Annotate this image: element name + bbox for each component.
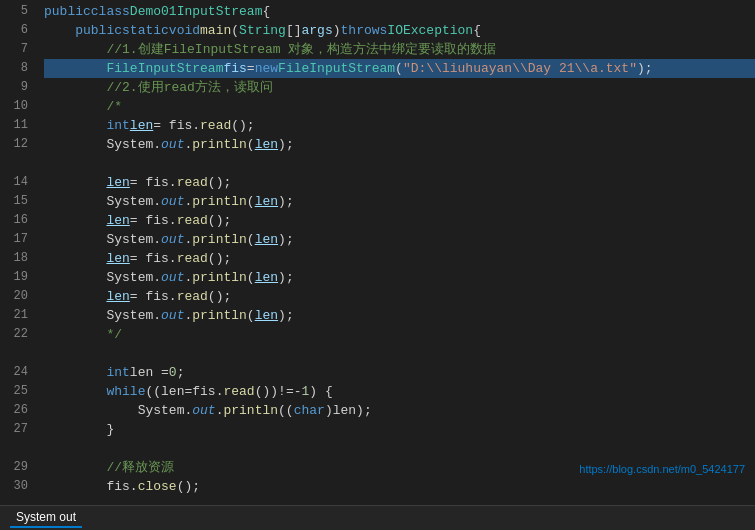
- dot-15: .: [184, 192, 192, 211]
- kw-int-24: int: [106, 363, 129, 382]
- out-19: out: [161, 268, 184, 287]
- code-line-12: System. out . println ( len );: [44, 135, 755, 154]
- param-args: args: [302, 21, 333, 40]
- comment-22: */: [106, 325, 122, 344]
- code-line-16: len = fis. read ();: [44, 211, 755, 230]
- line-num-27: 27: [8, 420, 28, 439]
- indent-19: [44, 268, 106, 287]
- type-fis2: FileInputStream: [278, 59, 395, 78]
- sys-21: System.: [106, 306, 161, 325]
- while-brace: ) {: [309, 382, 332, 401]
- while-cond2: ())!=-: [255, 382, 302, 401]
- var-len-12: len: [255, 135, 278, 154]
- dot-19: .: [184, 268, 192, 287]
- line-num-22: 22: [8, 325, 28, 344]
- indent-7: [44, 40, 106, 59]
- comment-10: /*: [106, 97, 122, 116]
- kw-int: int: [106, 116, 129, 135]
- arg-15a: (: [247, 192, 255, 211]
- indent-10: [44, 97, 106, 116]
- sys-15: System.: [106, 192, 161, 211]
- indent-8: [44, 59, 106, 78]
- semi-18: ();: [208, 249, 231, 268]
- code-line-11: int len = fis. read ();: [44, 116, 755, 135]
- while-cond: ((len=fis.: [145, 382, 223, 401]
- out-17: out: [161, 230, 184, 249]
- line-num-19: 19: [8, 268, 28, 287]
- semi-21: );: [278, 306, 294, 325]
- code-line-19: System. out . println ( len );: [44, 268, 755, 287]
- method-read-20: read: [177, 287, 208, 306]
- line-num-17: 17: [8, 230, 28, 249]
- code-line-24: int len = 0 ;: [44, 363, 755, 382]
- out-26: out: [192, 401, 215, 420]
- num-1: 1: [301, 382, 309, 401]
- line-num-29: 29: [8, 458, 28, 477]
- method-read-18: read: [177, 249, 208, 268]
- method-println-17: println: [192, 230, 247, 249]
- paren4: );: [637, 59, 653, 78]
- indent-20: [44, 287, 106, 306]
- dot-17: .: [184, 230, 192, 249]
- line-num-13: [8, 154, 28, 173]
- var-len-15: len: [255, 192, 278, 211]
- line-num-7: 7: [8, 40, 28, 59]
- line-num-15: 15: [8, 192, 28, 211]
- code-line-23: [44, 344, 755, 363]
- code-line-22: */: [44, 325, 755, 344]
- method-read-14: read: [177, 173, 208, 192]
- println-12: .: [184, 135, 192, 154]
- kw-char: char: [294, 401, 325, 420]
- code-line-8: FileInputStream fis = new FileInputStrea…: [44, 59, 755, 78]
- code-line-13: [44, 154, 755, 173]
- method-read-25: read: [223, 382, 254, 401]
- code-content: public class Demo01InputStream { public …: [36, 0, 755, 505]
- fis-close: fis.: [106, 477, 137, 496]
- exception-io: IOException: [387, 21, 473, 40]
- line-num-6: 6: [8, 21, 28, 40]
- var-len-21: len: [255, 306, 278, 325]
- code-line-9: //2.使用read方法，读取问: [44, 78, 755, 97]
- code-line-20: len = fis. read ();: [44, 287, 755, 306]
- indent-17: [44, 230, 106, 249]
- brace-open: {: [262, 2, 270, 21]
- indent-29: [44, 458, 106, 477]
- line-num-25: 25: [8, 382, 28, 401]
- out-12: out: [161, 135, 184, 154]
- classname: Demo01InputStream: [130, 2, 263, 21]
- code-line-18: len = fis. read ();: [44, 249, 755, 268]
- dot-26: .: [216, 401, 224, 420]
- method-read: read: [200, 116, 231, 135]
- indent-16: [44, 211, 106, 230]
- out-15: out: [161, 192, 184, 211]
- line-num-11: 11: [8, 116, 28, 135]
- indent-11: [44, 116, 106, 135]
- brace-close-27: }: [106, 420, 114, 439]
- eq2: = fis.: [153, 116, 200, 135]
- code-area: 5 6 7 8 9 10 11 12 14 15 16 17 18 19 20 …: [0, 0, 755, 505]
- tab-system-out[interactable]: System out: [10, 508, 82, 528]
- code-line-21: System. out . println ( len );: [44, 306, 755, 325]
- line-num-14: 14: [8, 173, 28, 192]
- comment-29: //释放资源: [106, 458, 174, 477]
- sys-17: System.: [106, 230, 161, 249]
- comment-7: //1.创建FileInputStream 对象，构造方法中绑定要读取的数据: [106, 40, 496, 59]
- line-num-23: [8, 344, 28, 363]
- method-println-19: println: [192, 268, 247, 287]
- paren1: (: [231, 21, 239, 40]
- semi-17: );: [278, 230, 294, 249]
- kw-static: static: [122, 21, 169, 40]
- code-line-17: System. out . println ( len );: [44, 230, 755, 249]
- line-num-21: 21: [8, 306, 28, 325]
- indent-30: [44, 477, 106, 496]
- watermark: https://blog.csdn.net/m0_5424177: [579, 463, 745, 475]
- sys-26: System.: [138, 401, 193, 420]
- indent-15: [44, 192, 106, 211]
- eq-20: = fis.: [130, 287, 177, 306]
- line-num-18: 18: [8, 249, 28, 268]
- var-len-14: len: [106, 173, 129, 192]
- var-len: len: [130, 116, 153, 135]
- indent-14: [44, 173, 106, 192]
- indent-25: [44, 382, 106, 401]
- line-num-28: [8, 439, 28, 458]
